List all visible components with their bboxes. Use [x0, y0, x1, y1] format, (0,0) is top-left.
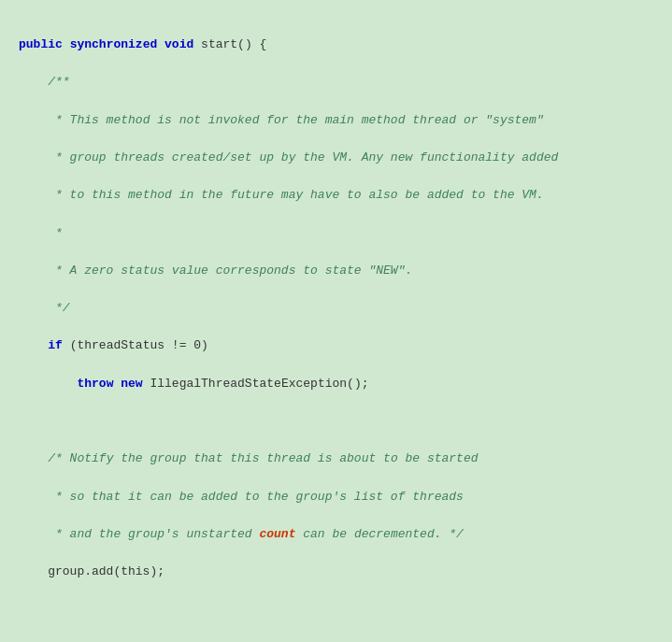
code-line-9: if (threadStatus != 0): [19, 336, 653, 355]
code-line-12: /* Notify the group that this thread is …: [19, 449, 653, 468]
code-line-16: [19, 600, 653, 619]
code-line-5: * to this method in the future may have …: [19, 186, 653, 205]
code-line-14: * and the group's unstarted count can be…: [19, 525, 653, 544]
code-line-10: throw new IllegalThreadStateException();: [19, 375, 653, 393]
code-line-7: * A zero status value corresponds to sta…: [19, 262, 653, 280]
code-line-11: [19, 412, 653, 431]
code-line-15: group.add(this);: [19, 563, 653, 581]
code-line-8: */: [19, 299, 653, 318]
code-line-13: * so that it can be added to the group's…: [19, 488, 653, 506]
code-viewer: public synchronized void start() { /** *…: [9, 9, 663, 642]
code-line-4: * group threads created/set up by the VM…: [19, 149, 653, 167]
code-line-6: *: [19, 224, 653, 243]
code-line-2: /**: [19, 73, 653, 92]
code-line-1: public synchronized void start() {: [19, 36, 653, 54]
code-line-3: * This method is not invoked for the mai…: [19, 111, 653, 130]
code-line-17: boolean started = false;: [19, 638, 653, 642]
